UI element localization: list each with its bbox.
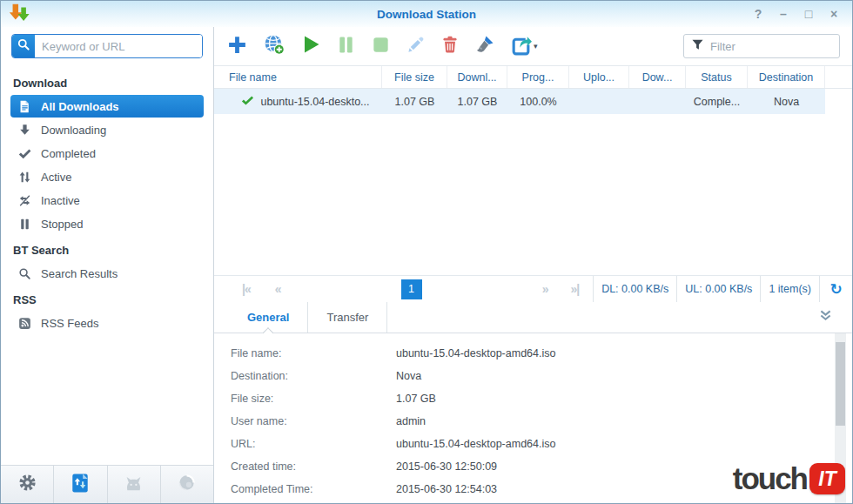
filter-box [683,34,840,58]
magnifier-icon [17,265,33,282]
funnel-icon [690,37,705,56]
sidebar-item-inactive[interactable]: Inactive [10,189,204,212]
magnifier-icon [17,37,30,55]
plus-icon [226,34,248,59]
nav-section-bt-search: BT Search [1,236,213,261]
watermark-badge: IT [809,463,845,494]
detail-row: File size:1.07 GB [231,387,852,410]
prev-page-button[interactable]: « [275,282,281,296]
window-body: Download All Downloads Downloading [1,27,852,503]
download-speed-stat: DL: 0.00 KB/s [593,276,676,302]
toolbar: ▾ [214,27,852,65]
sidebar-bottom-bar [1,465,213,503]
pause-icon [336,35,356,58]
detail-label: URL: [231,438,396,450]
clear-completed-button[interactable] [474,34,495,58]
help-button[interactable]: ? [749,5,768,23]
detail-row: Original torrent file:Download original … [231,501,852,503]
stop-icon [371,35,391,58]
filter-input[interactable] [710,40,833,53]
detail-label: Completed Time: [231,483,396,495]
cell-downloaded: 1.07 GB [447,89,507,114]
pagination-bar: |« « 1 » »| DL: 0.00 KB/s UL: 0.00 KB/s … [214,275,852,302]
edit-button[interactable] [406,35,426,58]
column-header-progress[interactable]: Prog... [507,66,569,88]
cell-uploaded [569,89,629,114]
grid-header: File name File size Downl... Prog... Upl… [214,65,852,89]
collapse-details-button[interactable] [818,302,833,333]
column-header-uploaded[interactable]: Uplo... [569,66,629,88]
delete-button[interactable] [440,35,460,57]
settings-button[interactable] [1,466,54,503]
column-header-downloaded[interactable]: Downl... [447,66,507,88]
first-page-button[interactable]: |« [242,282,251,296]
last-page-button[interactable]: »| [570,282,579,296]
sidebar-item-rss-feeds[interactable]: RSS Feeds [10,312,204,334]
add-task-button[interactable] [226,34,248,59]
file-name-text: ubuntu-15.04-deskto... [260,96,369,108]
sidebar-item-label: Inactive [41,194,80,207]
table-row[interactable]: ubuntu-15.04-deskto... 1.07 GB 1.07 GB 1… [214,89,852,114]
minimize-button[interactable]: – [774,5,793,23]
bt-search-add-button[interactable] [263,33,285,59]
up-down-arrows-icon [17,169,33,185]
sidebar-item-stopped[interactable]: Stopped [10,212,204,235]
column-header-destination[interactable]: Destination [748,66,825,88]
scrollbar-thumb[interactable] [836,342,845,426]
keyword-search-box [11,34,203,58]
maximize-button[interactable]: □ [799,5,818,23]
play-icon [300,34,321,58]
detail-value: 1.07 GB [396,393,436,405]
pager: |« « 1 » »| [214,276,593,302]
detail-value: admin [396,415,426,427]
sidebar: Download All Downloads Downloading [1,27,214,503]
download-tasks-button[interactable] [54,466,107,503]
stop-button[interactable] [371,35,391,58]
emule-button[interactable] [108,466,161,503]
touchit-watermark: touch IT [733,461,845,496]
sidebar-item-downloading[interactable]: Downloading [10,118,204,141]
detail-label: File name: [231,347,396,360]
sidebar-item-search-results[interactable]: Search Results [10,262,204,285]
search-button[interactable] [12,35,35,57]
sidebar-item-all-downloads[interactable]: All Downloads [10,95,204,118]
detail-label: User name: [231,415,396,427]
check-icon [17,145,33,162]
download-arrow-icon [17,122,33,138]
trash-icon [440,35,460,57]
column-header-status[interactable]: Status [686,66,748,88]
detail-tabbar: General Transfer [214,302,852,333]
web-browse-button[interactable] [161,466,213,503]
resume-button[interactable] [300,34,321,58]
pause-icon [17,216,33,232]
nav-section-rss: RSS [1,286,213,311]
cell-file-name: ubuntu-15.04-deskto... [214,89,382,114]
toolbar-buttons: ▾ [226,33,538,59]
detail-row: File name:ubuntu-15.04-desktop-amd64.iso [231,342,852,365]
detail-label: Created time: [231,460,396,473]
refresh-button[interactable]: ↻ [819,276,852,302]
sidebar-item-completed[interactable]: Completed [10,142,204,165]
share-button[interactable]: ▾ [510,34,538,59]
close-button[interactable]: × [824,5,843,23]
detail-label: Destination: [231,370,396,382]
keyword-search-input[interactable] [35,35,202,57]
item-count-stat: 1 item(s) [760,276,819,302]
tab-transfer[interactable]: Transfer [308,302,387,333]
sidebar-item-label: Stopped [41,218,83,231]
table-row-cells: ubuntu-15.04-deskto... 1.07 GB 1.07 GB 1… [214,89,825,114]
next-page-button[interactable]: » [542,282,548,296]
detail-row: URL:ubuntu-15.04-desktop-amd64.iso [231,433,852,455]
column-header-file-name[interactable]: File name [214,66,382,88]
sidebar-item-active[interactable]: Active [10,165,204,188]
pause-button[interactable] [336,35,356,58]
current-page-badge[interactable]: 1 [401,279,422,299]
column-header-down-speed[interactable]: Dow... [629,66,686,88]
tab-general[interactable]: General [229,302,308,333]
grid-empty-area [214,114,852,275]
sidebar-item-label: Downloading [41,124,106,137]
sidebar-nav: Download All Downloads Downloading [1,65,213,465]
sidebar-item-label: RSS Feeds [41,317,98,330]
cell-down-speed [629,89,686,114]
column-header-file-size[interactable]: File size [382,66,447,88]
